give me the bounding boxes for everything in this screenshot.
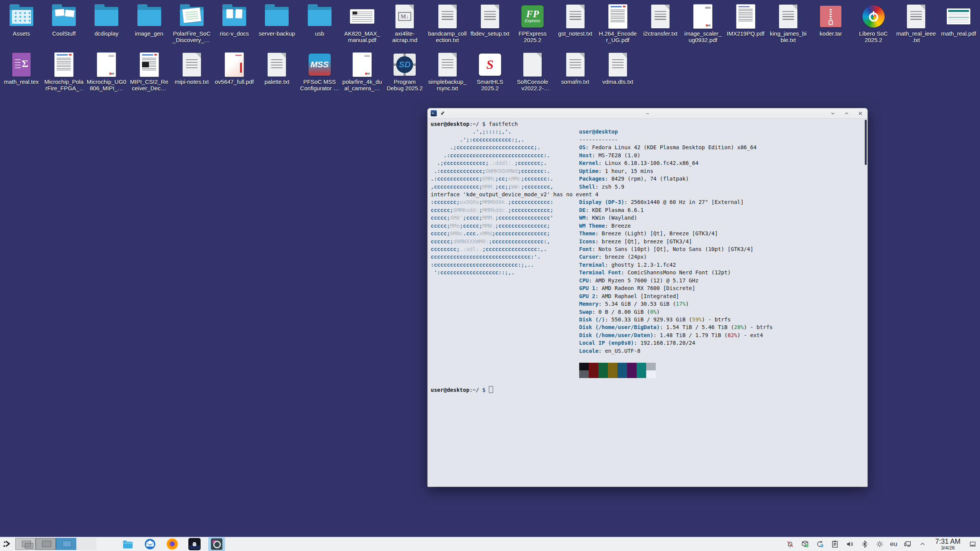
- terminal-window[interactable]: ~ >_: [428, 108, 867, 487]
- desktop-icon-label: SoftConsole v2022.2-RISC-…: [513, 78, 552, 91]
- desktop-icon-image-scaler-ug0932-pdf[interactable]: image_scaler_ug0932.pdf: [682, 4, 724, 43]
- terminal-line: .',;::::;,'. user@desktop: [431, 128, 864, 135]
- pager-desktop-2[interactable]: [36, 538, 56, 550]
- spectacle-icon: [211, 538, 222, 550]
- desktop-icon-assets[interactable]: Assets: [0, 4, 42, 43]
- desktop-icon-polarfire-soc-discovery-kit-[interactable]: PolarFire_SoC_Discovery_Kit_…: [170, 4, 213, 43]
- desktop-icon-vdma-dts-txt[interactable]: vdma.dts.txt: [596, 52, 639, 91]
- desktop-icon-imx219pq-pdf[interactable]: IMX219PQ.pdf: [724, 4, 767, 43]
- terminal-line: ':cccccccccccccccccc::;,. Terminal Font:…: [431, 269, 864, 276]
- pdf-file-icon: [693, 4, 712, 29]
- desktop-icon-math-real-tex[interactable]: Σmath_real.tex: [0, 52, 42, 91]
- desktop-icon-usb[interactable]: usb: [298, 4, 341, 43]
- pdf-file-icon: [97, 52, 116, 77]
- desktop-icon-server-backup[interactable]: server-backup: [256, 4, 298, 43]
- tray-volume-icon[interactable]: [845, 540, 854, 549]
- virtual-desktop-pager[interactable]: [15, 538, 96, 550]
- desktop-icon-image-gen[interactable]: image_gen: [128, 4, 170, 43]
- taskbar-app-dolphin[interactable]: [119, 537, 136, 551]
- pdf-file-icon: [608, 4, 627, 29]
- desktop-icon-label: palette.txt: [265, 78, 289, 85]
- terminal-line: ,cccccccccccccc;MMM.;cc;;WW:;cccccccc, S…: [431, 183, 864, 191]
- digital-clock[interactable]: 7:31 AM 3/4/26: [935, 538, 960, 551]
- terminal-line: :ccccccc;oxOOOo;MMM000k.;cccccccccccc: D…: [431, 198, 864, 206]
- desktop-icon-h-264-encoder-ug-pdf[interactable]: H.264_Encoder_UG.pdf: [596, 4, 639, 43]
- ghostty-app-icon: >_: [431, 110, 437, 116]
- desktop-icon-softconsole-v2022-2-risc-[interactable]: SoftConsole v2022.2-RISC-…: [511, 52, 554, 91]
- folder-images-icon: [10, 7, 33, 26]
- pin-icon[interactable]: [439, 111, 445, 116]
- desktop-icon-label: polarfire_4k_dual_camera_…: [342, 78, 382, 91]
- folder-icon: [137, 7, 161, 26]
- desktop-icon-microchip-ug0806-mipi-[interactable]: Microchip_UG0806_MIPI_…: [85, 52, 128, 91]
- tray-updates-icon[interactable]: [815, 540, 825, 549]
- desktop-icon-ak820-max-manual-pdf[interactable]: AK820_MAX_manual.pdf: [341, 4, 383, 43]
- desktop-icon-somafm-txt[interactable]: somafm.txt: [554, 52, 596, 91]
- desktop-icon-mipi-csi2-receiver-dec-[interactable]: MIPI_CSI2_Receiver_Dec…: [128, 52, 170, 91]
- terminal-line: GPU 1: AMD Radeon RX 7600 [Discrete]: [431, 284, 864, 292]
- desktop-icon-program-debug-2025-2[interactable]: SDProgram Debug 2025.2: [384, 52, 426, 91]
- desktop-icon-dcdisplay[interactable]: dcdisplay: [85, 4, 128, 43]
- tray-bluetooth-icon[interactable]: [860, 540, 869, 549]
- terminal-titlebar[interactable]: ~ >_: [428, 108, 867, 119]
- desktop-icon-math-real-pdf[interactable]: math_real.pdf: [938, 4, 980, 43]
- show-desktop-button[interactable]: [969, 539, 977, 549]
- desktop-icon-ov5647-full-pdf[interactable]: ov5647_full.pdf: [213, 52, 255, 91]
- desktop-icon-risc-v-docs[interactable]: risc-v_docs: [213, 4, 255, 43]
- tray-expand-tray-icon[interactable]: [918, 540, 927, 549]
- desktop-icon-fbdev-setup-txt[interactable]: fbdev_setup.txt: [469, 4, 511, 43]
- terminal-line: [431, 370, 864, 378]
- desktop: AssetsCoolStuffdcdisplayimage_genPolarFi…: [0, 0, 980, 551]
- desktop-icon-label: koder.tar: [820, 30, 842, 37]
- tray-night-light-icon[interactable]: [875, 540, 884, 549]
- pdf-file-icon: [947, 8, 970, 24]
- tray-notifications-muted-icon[interactable]: [786, 540, 795, 549]
- desktop-icon-label: mipi-notes.txt: [175, 78, 209, 85]
- desktop-icon-fpexpress-2025-2[interactable]: FPExpressFPExpress 2025.2: [511, 4, 554, 43]
- palette-block: [589, 363, 598, 370]
- desktop-icon-palette-txt[interactable]: palette.txt: [256, 52, 298, 91]
- taskbar-app-firefox[interactable]: [164, 537, 181, 551]
- desktop-icon-king-james-bible-txt[interactable]: king_james_bible.txt: [767, 4, 809, 43]
- desktop-icon-i2ctransfer-txt[interactable]: i2ctransfer.txt: [639, 4, 681, 43]
- taskbar-app-thunderbird[interactable]: [142, 537, 158, 551]
- pager-desktop-4[interactable]: [76, 538, 96, 550]
- taskbar-app-spectacle[interactable]: [208, 537, 225, 551]
- terminal-line: ccccccccccccccccccccccccccccccc:'. Curso…: [431, 253, 864, 261]
- palette-block: [598, 370, 608, 378]
- desktop-icon-simplebackup-rsync-txt[interactable]: simplebackup_rsync.txt: [426, 52, 469, 91]
- maximize-button[interactable]: [844, 111, 849, 116]
- desktop-icon-pfsoc-mss-configurator-[interactable]: MSSPFSoC MSS Configurator …: [298, 52, 341, 91]
- desktop-icon-libero-soc-2025-2[interactable]: Libero SoC 2025.2: [852, 4, 895, 43]
- desktop-icon-label: king_james_bible.txt: [768, 30, 808, 43]
- desktop-icon-label: PolarFire_SoC_Discovery_Kit_…: [172, 30, 212, 43]
- minimize-button[interactable]: [830, 111, 835, 116]
- pager-desktop-1[interactable]: [15, 538, 36, 550]
- desktop-icon-smarthls-2025-2[interactable]: SSmartHLS 2025.2: [469, 52, 511, 91]
- pager-desktop-3[interactable]: [56, 538, 76, 550]
- close-button[interactable]: [858, 111, 863, 116]
- desktop-icon-bandcamp-collection-txt[interactable]: bandcamp_collection.txt: [426, 4, 469, 43]
- desktop-icon-polarfire-4k-dual-camera-[interactable]: polarfire_4k_dual_camera_…: [341, 52, 383, 91]
- desktop-icon-math-real-ieee-txt[interactable]: math_real_ieee.txt: [895, 4, 937, 43]
- palette-block: [637, 363, 646, 370]
- app-launcher-button[interactable]: [0, 537, 15, 551]
- folder-icon: [308, 7, 332, 26]
- tray-network-icon[interactable]: [903, 540, 912, 549]
- desktop-icon-mipi-notes-txt[interactable]: mipi-notes.txt: [170, 52, 213, 91]
- desktop-icon-coolstuff[interactable]: CoolStuff: [42, 4, 85, 43]
- palette-block: [646, 370, 656, 378]
- terminal-scrollbar[interactable]: [865, 120, 867, 165]
- terminal-line: cccccc;dNMWXXXWM0:;cccccccccccccccc:, Ic…: [431, 238, 864, 245]
- fpexpress-app-icon: FPExpress: [521, 5, 544, 28]
- taskbar-app-ghostty[interactable]: [186, 537, 203, 551]
- desktop-icon-koder-tar[interactable]: koder.tar: [810, 4, 852, 43]
- system-tray: eu 7:31 AM 3/4/26: [786, 538, 978, 551]
- desktop-icon-gst-notest-txt[interactable]: gst_notest.txt: [554, 4, 596, 43]
- desktop-icon-axi4lite-aicrap-md[interactable]: M↓axi4lite-aicrap.md: [384, 4, 426, 43]
- terminal-content[interactable]: user@desktop:~/ $ fastfetch .',;::::;,'.…: [428, 119, 867, 395]
- desktop-icon-microchip-polarfire-fpga-an-[interactable]: Microchip_PolarFire_FPGA_an…: [42, 52, 85, 91]
- tray-dropbox-icon[interactable]: [800, 540, 810, 549]
- keyboard-layout-indicator[interactable]: eu: [890, 540, 897, 548]
- tray-clipboard-icon[interactable]: [830, 540, 840, 549]
